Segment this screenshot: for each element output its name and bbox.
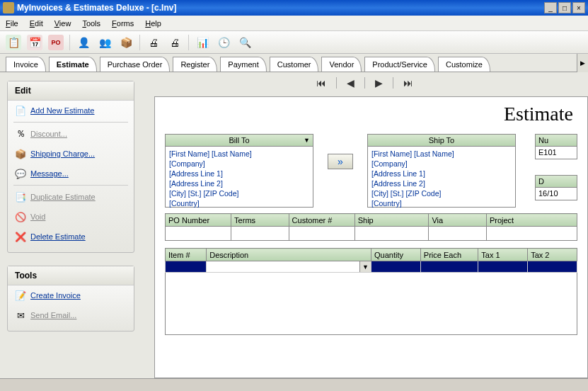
nav-last-icon[interactable]: ⏭ [403,77,413,89]
message-icon: 💬 [15,168,26,179]
close-button[interactable]: × [572,2,585,13]
toolbar-clock-icon[interactable]: 🕒 [216,35,231,50]
col-po-number: PO Number [166,214,231,227]
menu-tools[interactable]: Tools [82,19,100,28]
sidebar-add-new-estimate[interactable]: 📄 Add New Estimate [8,101,134,120]
col-description: Description [207,249,371,261]
sidebar-item-label: Create Invoice [30,291,81,300]
toolbar-po-icon[interactable]: PO [48,35,64,50]
bill-to-header[interactable]: Bill To ▼ [165,134,313,147]
nav-first-icon[interactable]: ⏮ [316,77,326,89]
number-block: Nu E101 [535,134,577,159]
sidebar: Edit 📄 Add New Estimate ％ Discount... 📦 … [0,72,142,378]
minimize-button[interactable]: _ [544,2,557,13]
date-field[interactable]: 16/10 [535,188,577,200]
tools-panel-header: Tools [8,266,134,285]
maximize-button[interactable]: □ [558,2,571,13]
create-invoice-icon: 📝 [15,290,26,301]
menu-view[interactable]: View [54,19,71,28]
menu-help[interactable]: Help [145,19,161,28]
date-block: D 16/10 [535,175,577,200]
sidebar-delete-estimate[interactable]: ❌ Delete Estimate [8,227,134,246]
details-row[interactable] [166,227,577,241]
dropdown-button[interactable]: ▼ [359,261,371,272]
col-project: Project [486,214,577,227]
tab-vendor[interactable]: Vendor [321,57,362,72]
app-icon [3,2,14,13]
toolbar: 📋 📅 PO 👤 👥 📦 🖨 🖨 📊 🕒 🔍 [0,31,588,54]
cell-item-no[interactable] [166,261,207,273]
discount-icon: ％ [15,128,26,140]
sidebar-create-invoice[interactable]: 📝 Create Invoice [8,285,134,305]
col-customer-no: Customer # [289,214,354,227]
ship-to-body[interactable]: [First Name] [Last Name] [Company] [Addr… [367,147,516,208]
cell-quantity[interactable] [371,261,421,273]
chevron-down-icon[interactable]: ▼ [304,137,310,144]
details-grid: PO Number Terms Customer # Ship Via Proj… [165,213,577,241]
edit-panel-header: Edit [8,81,134,101]
toolbar-print-preview-icon[interactable]: 🖨 [167,35,183,50]
toolbar-calendar-icon[interactable]: 📅 [27,35,42,50]
tab-customer[interactable]: Customer [270,57,319,72]
nav-prev-icon[interactable]: ◀ [347,77,354,89]
items-grid: Item # Description Quantity Price Each T… [165,248,577,335]
items-row-selected[interactable]: ▼ [166,261,577,273]
tab-register[interactable]: Register [173,57,217,72]
edit-panel: Edit 📄 Add New Estimate ％ Discount... 📦 … [7,81,134,253]
toolbar-group-add-icon[interactable]: 👥 [97,35,113,50]
col-ship: Ship [354,214,429,227]
cell-description[interactable]: ▼ [207,261,371,273]
tabbar: Invoice Estimate Purchase Order Register… [0,54,588,72]
items-body-empty[interactable] [165,273,577,335]
tab-scroll-right-icon[interactable]: ▶ [577,54,588,72]
tools-panel: Tools 📝 Create Invoice ✉ Send Email... [7,266,134,332]
toolbar-new-icon[interactable]: 📋 [6,35,21,50]
sidebar-message[interactable]: 💬 Message... [8,164,134,183]
double-arrow-right-icon: » [338,156,343,167]
document: Estimate Bill To ▼ [First Name] [Last Na… [154,96,588,378]
menu-file[interactable]: File [6,19,18,28]
bill-to-block: Bill To ▼ [First Name] [Last Name] [Comp… [165,134,313,208]
sidebar-item-label: Void [30,212,45,221]
toolbar-chart-icon[interactable]: 📊 [195,35,210,50]
cell-tax2[interactable] [528,261,577,273]
date-header: D [535,175,577,188]
sidebar-item-label: Duplicate Estimate [30,193,96,201]
document-title: Estimate [155,97,587,134]
copy-address-button[interactable]: » [328,154,353,169]
tab-invoice[interactable]: Invoice [6,57,46,72]
toolbar-search-icon[interactable]: 🔍 [237,35,253,50]
titlebar: MyInvoices & Estimates Deluxe - [c.Inv] … [0,0,588,16]
ship-to-block: Ship To [First Name] [Last Name] [Compan… [367,134,516,208]
toolbar-print-icon[interactable]: 🖨 [146,35,161,50]
toolbar-package-add-icon[interactable]: 📦 [118,35,134,50]
nav-next-icon[interactable]: ▶ [375,77,383,89]
sidebar-duplicate-estimate[interactable]: 📑 Duplicate Estimate [8,187,134,207]
number-field[interactable]: E101 [535,147,577,159]
bill-to-body[interactable]: [First Name] [Last Name] [Company] [Addr… [165,147,313,208]
void-icon: 🚫 [15,211,26,222]
tab-customize[interactable]: Customize [438,57,490,72]
sidebar-discount[interactable]: ％ Discount... [8,124,134,144]
col-terms: Terms [231,214,289,227]
sidebar-send-email[interactable]: ✉ Send Email... [8,305,134,325]
sidebar-item-label: Message... [30,169,69,178]
tab-purchase-order[interactable]: Purchase Order [100,57,171,72]
col-tax1: Tax 1 [478,249,528,261]
tab-payment[interactable]: Payment [220,57,266,72]
toolbar-person-add-icon[interactable]: 👤 [76,35,91,50]
menu-forms[interactable]: Forms [112,19,134,28]
delete-icon: ❌ [15,231,26,242]
sidebar-void[interactable]: 🚫 Void [8,207,134,227]
tab-estimate[interactable]: Estimate [49,57,97,72]
menu-edit[interactable]: Edit [30,19,43,28]
sidebar-shipping-charge[interactable]: 📦 Shipping Charge... [8,144,134,164]
cell-tax1[interactable] [478,261,528,273]
tab-product-service[interactable]: Product/Service [364,57,435,72]
record-nav: ⏮ ◀ ▶ ⏭ [142,72,588,94]
col-item-no: Item # [166,249,207,261]
statusbar [0,378,588,391]
window-title: MyInvoices & Estimates Deluxe - [c.Inv] [17,3,544,13]
main-area: ⏮ ◀ ▶ ⏭ Estimate Bill To ▼ [First Name] … [142,72,588,378]
cell-price-each[interactable] [420,261,478,273]
